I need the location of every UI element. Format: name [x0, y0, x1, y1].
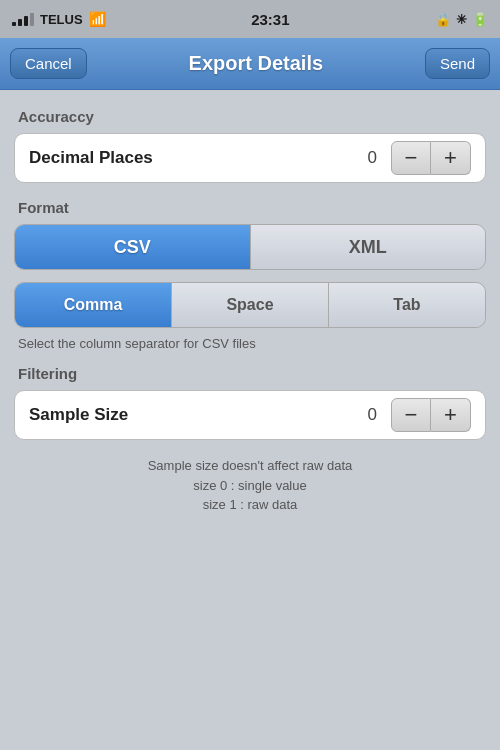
format-segment-group: CSV XML: [14, 224, 486, 270]
sample-size-increment[interactable]: +: [431, 398, 471, 432]
wifi-icon: 📶: [89, 11, 106, 27]
decimal-places-stepper: − +: [391, 141, 471, 175]
format-section-label: Format: [18, 199, 486, 216]
filtering-section-label: Filtering: [18, 365, 486, 382]
sample-size-stepper: − +: [391, 398, 471, 432]
signal-icon: [12, 13, 34, 26]
decimal-places-label: Decimal Places: [29, 148, 368, 168]
bluetooth-icon: ✳: [456, 12, 467, 27]
decimal-places-increment[interactable]: +: [431, 141, 471, 175]
decimal-places-decrement[interactable]: −: [391, 141, 431, 175]
helper-line-1: Sample size doesn't affect raw data: [148, 458, 353, 473]
sample-size-decrement[interactable]: −: [391, 398, 431, 432]
page-title: Export Details: [189, 52, 323, 75]
status-bar: TELUS 📶 23:31 🔒 ✳ 🔋: [0, 0, 500, 38]
csv-button[interactable]: CSV: [15, 225, 251, 269]
status-right: 🔒 ✳ 🔋: [435, 12, 488, 27]
sample-size-helper: Sample size doesn't affect raw data size…: [14, 456, 486, 515]
tab-button[interactable]: Tab: [329, 283, 485, 327]
send-button[interactable]: Send: [425, 48, 490, 79]
content-area: Accuraccy Decimal Places 0 − + Format CS…: [0, 90, 500, 533]
sample-size-value: 0: [368, 405, 377, 425]
xml-button[interactable]: XML: [251, 225, 486, 269]
status-left: TELUS 📶: [12, 11, 106, 27]
sample-size-label: Sample Size: [29, 405, 368, 425]
carrier-label: TELUS: [40, 12, 83, 27]
separator-help-text: Select the column separator for CSV file…: [18, 336, 486, 351]
helper-line-2: size 0 : single value: [193, 478, 306, 493]
lock-icon: 🔒: [435, 12, 451, 27]
nav-bar: Cancel Export Details Send: [0, 38, 500, 90]
separator-segment-group: Comma Space Tab: [14, 282, 486, 328]
decimal-places-row: Decimal Places 0 − +: [14, 133, 486, 183]
clock: 23:31: [251, 11, 289, 28]
helper-line-3: size 1 : raw data: [203, 497, 298, 512]
battery-icon: 🔋: [472, 12, 488, 27]
decimal-places-value: 0: [368, 148, 377, 168]
accuracy-section-label: Accuraccy: [18, 108, 486, 125]
cancel-button[interactable]: Cancel: [10, 48, 87, 79]
sample-size-row: Sample Size 0 − +: [14, 390, 486, 440]
space-button[interactable]: Space: [172, 283, 329, 327]
comma-button[interactable]: Comma: [15, 283, 172, 327]
